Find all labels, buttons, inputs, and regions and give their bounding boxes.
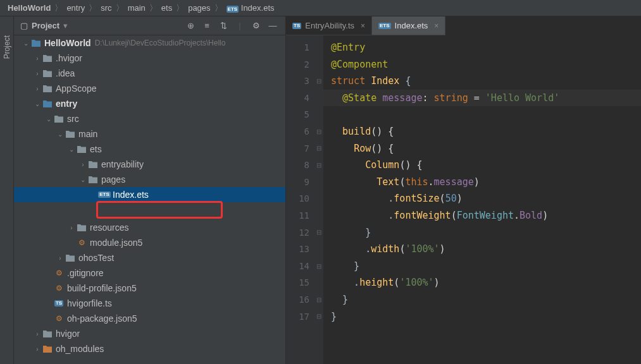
tree-row[interactable]: ⚙oh-package.json5 xyxy=(14,311,285,326)
tree-row[interactable]: ›oh_modules xyxy=(14,341,285,356)
tree-row[interactable]: ETSIndex.ets xyxy=(14,187,285,202)
code-line[interactable]: @Entry xyxy=(331,39,641,56)
tree-row[interactable]: ›ohosTest xyxy=(14,250,285,265)
tab-label: Index.ets xyxy=(395,21,428,30)
chevron-icon: 〉 xyxy=(89,3,97,14)
tree-row[interactable]: ›.hvigor xyxy=(14,51,285,66)
chevron-icon: 〉 xyxy=(116,3,124,14)
folder-icon xyxy=(42,345,53,353)
chevron-icon: 〉 xyxy=(176,3,184,14)
fold-marker[interactable]: ⊟ xyxy=(314,291,323,308)
close-icon[interactable]: × xyxy=(434,21,439,30)
breadcrumb-item[interactable]: ETS Index.ets xyxy=(227,3,275,13)
tree-row[interactable]: ›entryability xyxy=(14,157,285,172)
tree-row[interactable]: ⌄entry xyxy=(14,96,285,111)
dropdown-icon[interactable]: ▾ xyxy=(63,21,68,30)
code-line[interactable] xyxy=(331,106,641,123)
tree-label: oh-package.json5 xyxy=(67,313,137,324)
side-tab-project[interactable]: Project xyxy=(0,16,14,364)
tree-row[interactable]: TShvigorfile.ts xyxy=(14,296,285,311)
breadcrumb-item[interactable]: entry xyxy=(66,3,85,13)
line-number: 16 xyxy=(286,291,309,308)
code-line[interactable]: } xyxy=(331,224,641,241)
minimize-icon[interactable]: — xyxy=(266,20,279,32)
code-line[interactable]: Column() { xyxy=(331,157,641,174)
fold-marker[interactable]: ⊟ xyxy=(314,224,323,241)
project-panel-header: ▢ Project ▾ ⊕ ≡ ⇅ | ⚙ — xyxy=(14,16,285,35)
breadcrumb: HelloWorld〉entry〉src〉main〉ets〉pages〉ETS … xyxy=(0,0,641,16)
tree-label: hvigor xyxy=(56,329,80,339)
code-line[interactable]: struct Index { xyxy=(331,73,641,90)
fold-marker[interactable]: ⊟ xyxy=(314,258,323,275)
editor-tab[interactable]: TSEntryAbility.ts× xyxy=(286,16,372,35)
code-line[interactable]: Row() { xyxy=(331,140,641,157)
tree-row[interactable]: ⌄src xyxy=(14,111,285,126)
tree-row[interactable]: ⌄main xyxy=(14,126,285,142)
chevron-down-icon[interactable]: ⌄ xyxy=(67,146,76,153)
tree-label: ets xyxy=(90,144,102,154)
chevron-right-icon[interactable]: › xyxy=(33,331,42,337)
tree-row[interactable]: ›hvigor xyxy=(14,326,285,341)
code-line[interactable]: .fontWeight(FontWeight.Bold) xyxy=(331,207,641,224)
fold-marker[interactable]: ⊟ xyxy=(314,140,323,157)
code-line[interactable]: } xyxy=(331,258,641,275)
fold-marker[interactable]: ⊟ xyxy=(314,157,323,174)
tree-row[interactable]: ⌄pages xyxy=(14,172,285,187)
code-line[interactable]: } xyxy=(331,308,641,325)
chevron-right-icon[interactable]: › xyxy=(33,55,42,62)
line-number: 17 xyxy=(286,308,309,325)
code-line[interactable]: Text(this.message) xyxy=(331,174,641,191)
fold-marker[interactable]: ⊟ xyxy=(314,73,323,90)
code-line[interactable]: .fontSize(50) xyxy=(331,190,641,207)
breadcrumb-item[interactable]: pages xyxy=(188,3,210,13)
chevron-right-icon[interactable]: › xyxy=(67,224,76,231)
chevron-down-icon[interactable]: ⌄ xyxy=(44,116,53,123)
breadcrumb-item[interactable]: HelloWorld xyxy=(8,3,51,13)
fold-marker xyxy=(314,174,323,191)
project-tree[interactable]: ⌄HelloWorldD:\Lunkeji\DevEcoStudioProjec… xyxy=(14,35,285,356)
folder-icon xyxy=(30,39,42,47)
chevron-down-icon[interactable]: ⌄ xyxy=(78,176,87,183)
tree-row[interactable]: ⌄HelloWorldD:\Lunkeji\DevEcoStudioProjec… xyxy=(14,35,285,51)
breadcrumb-item[interactable]: src xyxy=(101,3,111,13)
chevron-right-icon[interactable]: › xyxy=(33,70,42,77)
fold-marker[interactable]: ⊟ xyxy=(314,123,323,140)
tree-row[interactable]: ›resources xyxy=(14,220,285,235)
tree-row[interactable]: ›AppScope xyxy=(14,81,285,96)
fold-marker[interactable]: ⊟ xyxy=(314,308,323,325)
chevron-right-icon[interactable]: › xyxy=(33,85,42,92)
fold-marker xyxy=(314,241,323,258)
code-line[interactable]: @Component xyxy=(331,56,641,73)
locate-icon[interactable]: ⊕ xyxy=(184,20,197,32)
breadcrumb-item[interactable]: ets xyxy=(161,3,172,13)
close-icon[interactable]: × xyxy=(361,21,365,30)
code-line[interactable]: build() { xyxy=(331,123,641,140)
fold-marker xyxy=(314,190,323,207)
line-number: 1 xyxy=(286,39,309,56)
tree-row[interactable]: ⚙build-profile.json5 xyxy=(14,281,285,296)
gear-icon[interactable]: ⚙ xyxy=(250,20,263,32)
tree-row[interactable]: ⌄ets xyxy=(14,142,285,157)
expand-icon[interactable]: ≡ xyxy=(201,20,213,32)
code-line[interactable]: @State message: string = 'Hello World' xyxy=(331,90,641,107)
tree-row[interactable]: ⚙module.json5 xyxy=(14,235,285,250)
chevron-right-icon[interactable]: › xyxy=(78,161,87,168)
sort-icon[interactable]: ⇅ xyxy=(217,20,230,32)
code-line[interactable]: .width('100%') xyxy=(331,241,641,258)
folder-icon xyxy=(42,85,53,92)
code-content[interactable]: @Entry@Componentstruct Index { @State me… xyxy=(323,35,641,364)
ets-file-icon: ETS xyxy=(99,191,110,198)
fold-marker xyxy=(314,106,323,123)
chevron-right-icon[interactable]: › xyxy=(56,255,65,262)
chevron-down-icon[interactable]: ⌄ xyxy=(56,131,65,138)
chevron-down-icon[interactable]: ⌄ xyxy=(22,40,30,47)
tree-row[interactable]: ⚙.gitignore xyxy=(14,265,285,281)
code-line[interactable]: } xyxy=(331,291,641,308)
breadcrumb-item[interactable]: main xyxy=(128,3,146,13)
chevron-right-icon[interactable]: › xyxy=(33,346,42,353)
code-line[interactable]: .height('100%') xyxy=(331,274,641,291)
chevron-down-icon[interactable]: ⌄ xyxy=(33,100,42,107)
folder-icon xyxy=(42,100,53,107)
editor-tab[interactable]: ETSIndex.ets× xyxy=(372,16,445,35)
tree-row[interactable]: ›.idea xyxy=(14,66,285,81)
